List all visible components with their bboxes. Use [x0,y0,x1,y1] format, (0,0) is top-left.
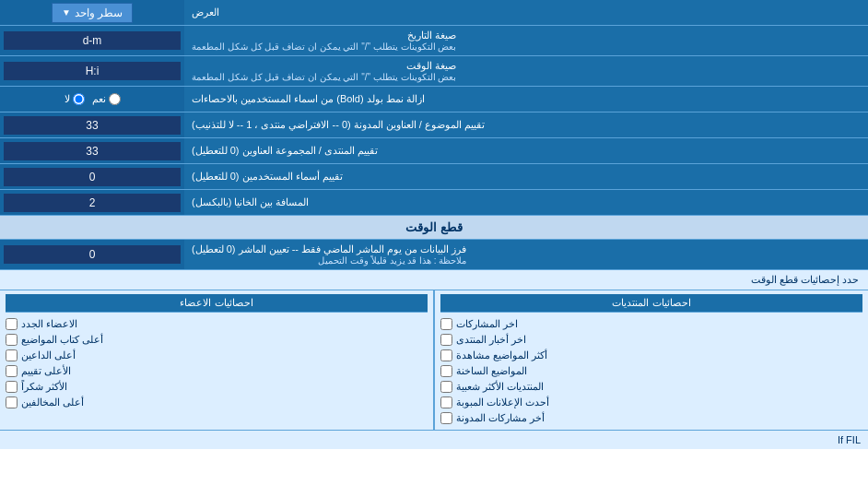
checkbox-7[interactable] [440,412,452,424]
checkbox-11[interactable] [6,365,18,377]
distance-input[interactable] [4,194,181,212]
checkbox-12-label: الأكثر شكراً [21,381,67,393]
checkbox-13[interactable] [6,396,18,408]
time-format-title: صيغة الوقت [192,60,456,72]
cutoff-section-header: قطع الوقت [0,216,868,240]
distance-label: المسافة بين الخانيا (بالبكسل) [184,190,868,215]
checkbox-12[interactable] [6,381,18,393]
checkbox-item-13: أعلى المخالفين [6,395,428,410]
checkbox-item-5: المنتديات الأكثر شعبية [440,379,862,395]
header-label: العرض [184,0,868,25]
limit-row: حدد إحصائيات قطع الوقت [0,270,868,290]
date-format-row: صيغة التاريخ بعض التكوينات يتطلب "/" الت… [0,26,868,56]
date-format-input[interactable] [4,31,181,50]
checkbox-13-label: أعلى المخالفين [21,396,84,408]
remove-bold-radio-container: نعم لا [0,87,184,112]
remove-bold-row: ازالة نمط بولد (Bold) من اسماء المستخدمي… [0,87,868,112]
radio-no-text: لا [65,93,70,105]
chevron-down-icon: ▼ [62,7,71,18]
usernames-input[interactable] [4,168,181,186]
checkbox-5-label: المنتديات الأكثر شعبية [456,381,544,393]
member-stats-col: احصائيات الاعضاء الاعضاء الجدد أعلى كتاب… [0,290,433,430]
checkbox-5[interactable] [440,381,452,393]
dropdown-label: سطر واحد [75,6,123,19]
checkbox-item-4: المواضيع الساخنة [440,363,862,379]
forum-topic-input[interactable] [4,142,181,160]
time-format-input[interactable] [4,62,181,80]
checkbox-1[interactable] [440,318,452,330]
usernames-row: تقييم أسماء المستخدمين (0 للتعطيل) [0,164,868,190]
usernames-label: تقييم أسماء المستخدمين (0 للتعطيل) [184,164,868,189]
checkbox-7-label: أخر مشاركات المدونة [456,412,545,424]
checkbox-item-11: الأعلى تقييم [6,363,428,379]
cutoff-input-container [0,240,184,269]
checkbox-item-2: اخر أخبار المنتدى [440,332,862,348]
checkbox-item-1: اخر المشاركات [440,316,862,332]
checkbox-6-label: أحدث الإعلانات المبوبة [456,396,549,408]
checkbox-item-6: أحدث الإعلانات المبوبة [440,395,862,410]
member-stats-header: احصائيات الاعضاء [6,294,428,313]
distance-row: المسافة بين الخانيا (بالبكسل) [0,190,868,216]
time-format-sublabel: بعض التكوينات يتطلب "/" التي يمكن ان تضا… [192,72,456,82]
bottom-text: If FIL [838,434,861,445]
topic-subject-label: تقييم الموضوع / العناوين المدونة (0 -- ا… [184,112,868,137]
time-format-input-container [0,56,184,86]
usernames-input-container [0,164,184,189]
checkbox-item-9: أعلى كتاب المواضيع [6,332,428,348]
checkboxes-section: احصائيات المنتديات اخر المشاركات اخر أخب… [0,290,868,430]
checkbox-2-label: اخر أخبار المنتدى [456,334,526,346]
checkbox-10-label: أعلى الداعين [21,349,76,361]
remove-bold-label: ازالة نمط بولد (Bold) من اسماء المستخدمي… [184,87,868,112]
time-format-row: صيغة الوقت بعض التكوينات يتطلب "/" التي … [0,56,868,87]
topic-subject-input-container [0,112,184,137]
checkbox-8-label: الاعضاء الجدد [21,318,77,330]
forum-stats-col: احصائيات المنتديات اخر المشاركات اخر أخب… [435,290,868,430]
radio-no[interactable] [73,93,85,105]
checkbox-9-label: أعلى كتاب المواضيع [21,334,103,346]
forum-topic-input-container [0,138,184,163]
checkbox-11-label: الأعلى تقييم [21,365,71,377]
bottom-text-row: If FIL [0,430,868,449]
checkbox-item-3: أكثر المواضيع مشاهدة [440,348,862,363]
distance-input-container [0,190,184,215]
checkbox-2[interactable] [440,334,452,346]
checkbox-10[interactable] [6,349,18,361]
limit-text: حدد إحصائيات قطع الوقت [751,274,859,285]
checkbox-8[interactable] [6,318,18,330]
header-dropdown-container: سطر واحد ▼ [0,0,184,25]
radio-yes-label[interactable]: نعم [92,93,121,105]
cutoff-input[interactable] [4,245,181,264]
forum-topic-label: تقييم المنتدى / المجموعة العناوين (0 للت… [184,138,868,163]
checkbox-4[interactable] [440,365,452,377]
checkbox-item-12: الأكثر شكراً [6,379,428,395]
cutoff-label: فرز البيانات من يوم الماشر الماضي فقط --… [184,240,868,269]
header-row: العرض سطر واحد ▼ [0,0,868,26]
radio-no-label[interactable]: لا [65,93,85,105]
radio-yes-text: نعم [92,93,106,105]
cutoff-title: فرز البيانات من يوم الماشر الماضي فقط --… [192,243,466,255]
checkbox-1-label: اخر المشاركات [456,318,518,330]
forum-topic-row: تقييم المنتدى / المجموعة العناوين (0 للت… [0,138,868,164]
time-format-label: صيغة الوقت بعض التكوينات يتطلب "/" التي … [184,56,868,86]
date-format-title: صيغة التاريخ [192,30,456,41]
forum-stats-header: احصائيات المنتديات [440,294,862,313]
checkbox-item-10: أعلى الداعين [6,348,428,363]
cutoff-row: فرز البيانات من يوم الماشر الماضي فقط --… [0,240,868,270]
checkbox-4-label: المواضيع الساخنة [456,365,527,377]
checkbox-item-7: أخر مشاركات المدونة [440,410,862,426]
checkbox-item-8: الاعضاء الجدد [6,316,428,332]
date-format-sublabel: بعض التكوينات يتطلب "/" التي يمكن ان تضا… [192,41,456,52]
page-container: العرض سطر واحد ▼ صيغة التاريخ بعض التكوي… [0,0,868,449]
checkbox-9[interactable] [6,334,18,346]
radio-yes[interactable] [109,93,121,105]
date-format-input-container [0,26,184,55]
topic-subject-row: تقييم الموضوع / العناوين المدونة (0 -- ا… [0,112,868,138]
remove-bold-radio-group: نعم لا [4,93,181,105]
dropdown-button[interactable]: سطر واحد ▼ [52,3,133,23]
cutoff-sublabel: ملاحظة : هذا قد يزيد قليلاً وقت التحميل [192,255,466,266]
col-divider [433,290,435,430]
date-format-label: صيغة التاريخ بعض التكوينات يتطلب "/" الت… [184,26,868,55]
checkbox-3[interactable] [440,349,452,361]
topic-subject-input[interactable] [4,116,181,135]
checkbox-6[interactable] [440,396,452,408]
